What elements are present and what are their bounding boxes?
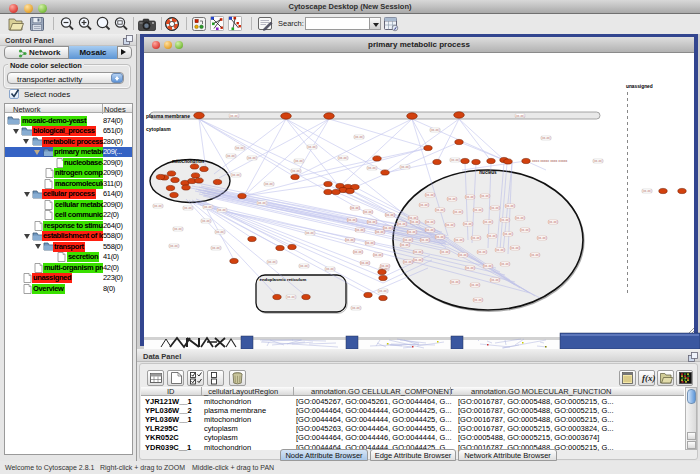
svg-text:(xx-xx): (xx-xx) — [363, 210, 373, 214]
svg-text:(xx-xx): (xx-xx) — [425, 220, 435, 224]
svg-text:(xx-xx): (xx-xx) — [351, 306, 361, 310]
svg-text:cytoplasm: cytoplasm — [146, 126, 171, 132]
svg-text:(xx-xx): (xx-xx) — [153, 204, 163, 208]
svg-text:(xx-xx): (xx-xx) — [355, 228, 365, 232]
svg-text:(xx-xx): (xx-xx) — [413, 250, 423, 254]
svg-text:(xx-xx): (xx-xx) — [201, 219, 211, 223]
svg-text:(xx-xx): (xx-xx) — [400, 165, 410, 169]
svg-text:(xx-xx): (xx-xx) — [477, 250, 487, 254]
svg-text:(xx-xx): (xx-xx) — [505, 204, 515, 208]
svg-text:(xx-xx): (xx-xx) — [515, 216, 525, 220]
svg-text:(xx-xx): (xx-xx) — [173, 227, 183, 231]
svg-text:(xx-xx): (xx-xx) — [403, 238, 413, 242]
svg-text:(xx-xx): (xx-xx) — [453, 210, 463, 214]
svg-text:(xx-xx): (xx-xx) — [257, 201, 267, 205]
svg-text:(xx-xx): (xx-xx) — [510, 246, 520, 250]
svg-text:(xx-xx): (xx-xx) — [487, 234, 497, 238]
svg-text:(xx-xx): (xx-xx) — [463, 222, 473, 226]
svg-text:(xx-xx): (xx-xx) — [407, 230, 417, 234]
svg-text:unassigned: unassigned — [626, 84, 653, 89]
svg-text:(xx-xx): (xx-xx) — [380, 264, 390, 268]
svg-text:(xx-xx): (xx-xx) — [264, 182, 274, 186]
svg-text:(xx-xx): (xx-xx) — [383, 226, 393, 230]
svg-text:(xx-xx): (xx-xx) — [419, 203, 429, 207]
svg-text:(xx-xx): (xx-xx) — [345, 238, 355, 242]
svg-text:(xx-xx): (xx-xx) — [325, 267, 335, 271]
svg-text:(xx-xx): (xx-xx) — [299, 264, 309, 268]
svg-text:(xx-xx): (xx-xx) — [226, 154, 236, 158]
svg-text:(xx-xx): (xx-xx) — [465, 195, 475, 199]
svg-text:(xx-xx): (xx-xx) — [490, 206, 500, 210]
svg-text:xxxx xxxxx xxxx xxxxx: xxxx xxxxx xxxx xxxxx — [532, 159, 568, 163]
svg-text:(xx-xx): (xx-xx) — [447, 197, 457, 201]
svg-text:(xx-xx): (xx-xx) — [515, 114, 525, 118]
svg-text:(xx-xx): (xx-xx) — [305, 231, 315, 235]
svg-text:(xx-xx): (xx-xx) — [425, 193, 435, 197]
svg-text:(xx-xx): (xx-xx) — [490, 278, 500, 282]
svg-text:(xx-xx): (xx-xx) — [440, 250, 450, 254]
svg-text:(xx-xx): (xx-xx) — [465, 266, 475, 270]
svg-text:(xx-xx): (xx-xx) — [211, 246, 221, 250]
svg-text:(xx-xx): (xx-xx) — [347, 218, 357, 222]
svg-text:(xx-xx): (xx-xx) — [350, 206, 360, 210]
svg-text:(xx-xx): (xx-xx) — [229, 114, 239, 118]
svg-text:(xx-xx): (xx-xx) — [495, 248, 505, 252]
svg-text:(xx-xx): (xx-xx) — [458, 253, 468, 257]
svg-text:(xx-xx): (xx-xx) — [360, 261, 370, 265]
svg-text:mitochondrion: mitochondrion — [172, 159, 204, 164]
svg-text:(xx-xx): (xx-xx) — [400, 243, 410, 247]
svg-text:endoplasmic reticulum: endoplasmic reticulum — [260, 277, 307, 282]
svg-text:nucleus: nucleus — [479, 170, 497, 175]
svg-text:f(x): f(x) — [642, 373, 656, 383]
svg-text:(xx-xx): (xx-xx) — [378, 289, 388, 293]
svg-text:(xx-xx): (xx-xx) — [413, 258, 423, 262]
svg-text:(xx-xx): (xx-xx) — [470, 283, 480, 287]
svg-text:(xx-xx): (xx-xx) — [353, 250, 363, 254]
svg-text:(xx-xx): (xx-xx) — [286, 295, 296, 299]
svg-text:(xx-xx): (xx-xx) — [435, 235, 445, 239]
svg-text:(xx-xx): (xx-xx) — [215, 230, 225, 234]
svg-text:(xx-xx): (xx-xx) — [410, 220, 420, 224]
svg-text:(xx-xx): (xx-xx) — [483, 264, 493, 268]
svg-text:(xx-xx): (xx-xx) — [500, 262, 510, 266]
svg-text:(xx-xx): (xx-xx) — [548, 220, 558, 224]
svg-text:(xx-xx): (xx-xx) — [367, 166, 377, 170]
svg-text:(xx-xx): (xx-xx) — [483, 220, 493, 224]
svg-text:(xx-xx): (xx-xx) — [291, 169, 301, 173]
svg-text:(xx-xx): (xx-xx) — [169, 244, 179, 248]
svg-text:(xx-xx): (xx-xx) — [473, 298, 483, 302]
svg-text:(xx-xx): (xx-xx) — [537, 236, 547, 240]
svg-text:(xx-xx): (xx-xx) — [217, 208, 227, 212]
svg-text:(xx-xx): (xx-xx) — [593, 159, 603, 163]
svg-text:(xx-xx): (xx-xx) — [307, 145, 317, 149]
svg-text:(xx-xx): (xx-xx) — [450, 280, 460, 284]
svg-text:(xx-xx): (xx-xx) — [365, 241, 375, 245]
svg-text:(xx-xx): (xx-xx) — [203, 205, 213, 209]
svg-text:(xx-xx): (xx-xx) — [473, 208, 483, 212]
svg-text:(xx-xx): (xx-xx) — [420, 238, 430, 242]
svg-text:(xx-xx): (xx-xx) — [480, 194, 490, 198]
svg-text:(xx-xx): (xx-xx) — [231, 173, 241, 177]
svg-text:(xx-xx): (xx-xx) — [397, 222, 407, 226]
svg-text:(xx-xx): (xx-xx) — [503, 232, 513, 236]
svg-text:(xx-xx): (xx-xx) — [425, 228, 435, 232]
svg-text:(xx-xx): (xx-xx) — [430, 128, 440, 132]
svg-text:(xx-xx): (xx-xx) — [530, 253, 540, 257]
svg-text:(xx-xx): (xx-xx) — [450, 158, 460, 162]
svg-text:(xx-xx): (xx-xx) — [642, 189, 652, 193]
svg-text:(xx-xx): (xx-xx) — [247, 156, 257, 160]
svg-text:plasma membrane: plasma membrane — [146, 113, 190, 119]
svg-text:(xx-xx): (xx-xx) — [520, 228, 530, 232]
svg-text:(xx-xx): (xx-xx) — [367, 220, 377, 224]
svg-text:(xx-xx): (xx-xx) — [294, 159, 304, 163]
svg-text:(xx-xx): (xx-xx) — [267, 260, 277, 264]
svg-text:(xx-xx): (xx-xx) — [541, 136, 551, 140]
svg-text:(xx-xx): (xx-xx) — [403, 260, 413, 264]
svg-text:(xx-xx): (xx-xx) — [183, 206, 193, 210]
svg-text:(xx-xx): (xx-xx) — [375, 230, 385, 234]
svg-text:(xx-xx): (xx-xx) — [235, 146, 245, 150]
svg-text:(xx-xx): (xx-xx) — [500, 218, 510, 222]
svg-text:(xx-xx): (xx-xx) — [373, 253, 383, 257]
svg-text:(xx-xx): (xx-xx) — [385, 213, 395, 217]
svg-text:(xx-xx): (xx-xx) — [454, 238, 464, 242]
